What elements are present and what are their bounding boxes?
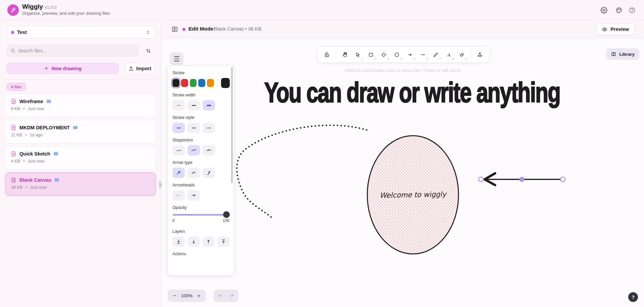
arrow-endpoint-handle: [560, 177, 565, 182]
undo-button[interactable]: [218, 293, 223, 299]
zoom-out-button[interactable]: −: [172, 293, 178, 299]
search-input[interactable]: [18, 48, 134, 53]
straight-arrow-icon: [176, 170, 181, 176]
tool-eraser[interactable]: 0: [455, 48, 468, 61]
arrow-type-curved-button[interactable]: [187, 168, 200, 178]
tool-draw[interactable]: 7: [430, 48, 442, 61]
sort-files-button[interactable]: [144, 46, 153, 55]
svg-text:A: A: [447, 52, 450, 57]
menu-button[interactable]: [170, 52, 183, 65]
arrowhead-start-button[interactable]: [172, 190, 185, 201]
tool-shortcut: 5: [413, 57, 415, 60]
properties-panel: Stroke Stroke width: [168, 66, 234, 275]
arrow-type-straight-button[interactable]: [172, 168, 185, 178]
tool-rectangle[interactable]: 2: [365, 48, 377, 61]
stroke-width-bold-button[interactable]: [203, 100, 215, 111]
tool-hand[interactable]: [339, 48, 351, 61]
cloud-saved-icon: [53, 151, 58, 156]
file-card-mkdm-deployment[interactable]: MKDM DEPLOYMENT 11 KB•1d ago: [5, 120, 156, 143]
arrow-type-elbow-button[interactable]: [203, 168, 215, 178]
tool-text[interactable]: A 8: [443, 48, 455, 61]
tool-shortcut: 8: [452, 57, 454, 60]
text-icon: A: [446, 52, 452, 58]
zoom-level[interactable]: 100%: [181, 293, 193, 298]
diamond-icon: [381, 52, 387, 58]
stroke-color-blue[interactable]: [198, 79, 205, 87]
toggle-sidebar-button[interactable]: [170, 25, 179, 34]
file-card-quick-sketch[interactable]: Quick Sketch 4 KB•Just now: [5, 146, 156, 170]
file-modified: Just now: [30, 185, 46, 190]
file-card-wireframe[interactable]: Wireframe 6 KB•Just now: [5, 94, 156, 117]
sloppiness-architect-button[interactable]: [172, 145, 185, 156]
arrow-endpoint-handle: [479, 177, 483, 182]
stroke-width-thin-button[interactable]: [172, 100, 185, 111]
tool-line[interactable]: 6: [417, 48, 429, 61]
ellipse-icon: [394, 52, 400, 58]
sort-arrows-icon: [146, 48, 151, 54]
stroke-width-medium-button[interactable]: [187, 100, 200, 111]
main-topbar: Edit Mode Blank Canvas • 36 KB Preview: [162, 20, 644, 38]
arrow-type-section: Arrow type: [172, 160, 230, 178]
toolbar-separator: [336, 50, 336, 59]
stroke-color-black[interactable]: [172, 79, 179, 87]
stroke-color-green[interactable]: [190, 79, 197, 87]
stroke-style-dashed-button[interactable]: [187, 123, 200, 133]
ellipse-text: Welcome to wiggly: [380, 190, 447, 200]
import-button[interactable]: Import: [125, 63, 155, 74]
project-selector[interactable]: Test: [7, 26, 155, 39]
file-name: Quick Sketch: [19, 151, 50, 157]
send-to-back-button[interactable]: [172, 236, 185, 247]
panel-scrollbar[interactable]: [231, 67, 233, 183]
sloppiness-artist-button[interactable]: [187, 145, 200, 156]
canvas-area[interactable]: Welcome to wiggly You can draw or write …: [162, 38, 644, 307]
search-icon: [10, 48, 15, 53]
question-mark-icon: ?: [632, 295, 635, 300]
stroke-color-red[interactable]: [181, 79, 188, 87]
tool-shortcut: 3: [387, 57, 389, 60]
undo-icon: [218, 293, 223, 299]
bring-forward-button[interactable]: [203, 236, 215, 247]
stroke-color-orange[interactable]: [207, 79, 214, 87]
artist-squiggle-icon: [191, 147, 197, 154]
redo-button[interactable]: [229, 293, 234, 299]
app-header: Wigglyv1.0.0 Organize, preview, and edit…: [0, 0, 644, 20]
tool-lock[interactable]: [321, 48, 333, 61]
tool-ellipse[interactable]: 4: [391, 48, 403, 61]
hand-icon: [342, 51, 348, 58]
stroke-style-solid-button[interactable]: [172, 123, 185, 133]
settings-button[interactable]: [599, 5, 608, 15]
tool-arrow[interactable]: 5: [404, 48, 416, 61]
architect-squiggle-icon: [176, 147, 182, 154]
help-fab-button[interactable]: ?: [628, 292, 638, 302]
project-dot-icon: [11, 31, 14, 34]
file-card-blank-canvas[interactable]: Blank Canvas 36 KB•Just now: [5, 172, 156, 196]
zoom-in-button[interactable]: +: [196, 293, 202, 299]
opacity-slider-knob[interactable]: [223, 211, 230, 218]
rectangle-icon: [368, 52, 374, 58]
tool-diamond[interactable]: 3: [378, 48, 390, 61]
bring-to-front-button[interactable]: [217, 236, 230, 247]
arrowhead-end-button[interactable]: [187, 190, 200, 201]
tool-select[interactable]: 1: [352, 48, 364, 61]
solid-line-icon: [176, 125, 181, 131]
book-icon: [611, 51, 616, 57]
library-button[interactable]: Library: [606, 48, 639, 60]
tool-shortcut: 6: [426, 57, 428, 60]
tool-shortcut: 1: [361, 57, 363, 60]
preview-button[interactable]: Preview: [596, 23, 635, 35]
project-selector-value: Test: [17, 30, 143, 35]
theme-button[interactable]: [614, 5, 624, 15]
app-version: v1.0.0: [45, 5, 56, 10]
sloppiness-cartoonist-button[interactable]: [203, 145, 215, 156]
opacity-slider[interactable]: [173, 214, 229, 216]
eye-icon: [602, 27, 607, 32]
shapes-icon: [477, 51, 483, 58]
current-stroke-color[interactable]: [221, 78, 230, 88]
stroke-style-dotted-button[interactable]: [203, 123, 215, 133]
help-button[interactable]: [627, 5, 637, 15]
new-drawing-button[interactable]: New drawing: [7, 63, 119, 74]
send-backward-button[interactable]: [187, 236, 200, 247]
tool-shapes[interactable]: [474, 48, 486, 61]
arrow-type-section-label: Arrow type: [172, 160, 230, 165]
arrowheads-section-label: Arrowheads: [172, 183, 230, 187]
